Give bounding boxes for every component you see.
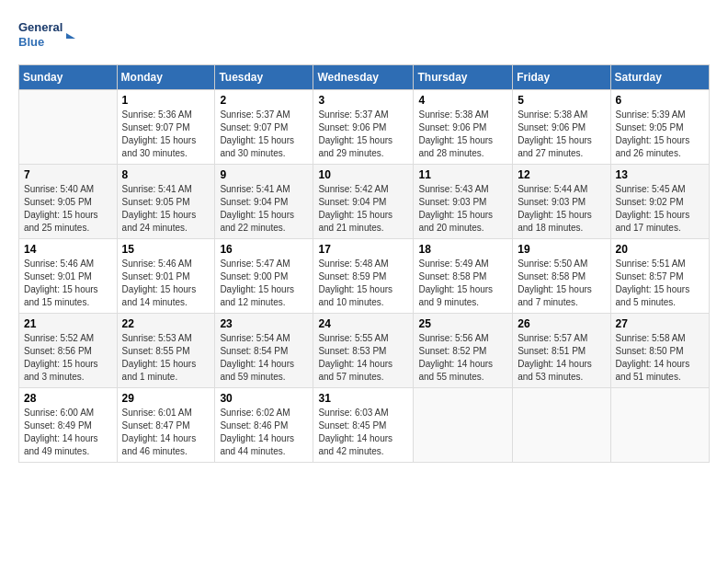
day-info: Sunrise: 5:39 AM Sunset: 9:05 PM Dayligh… [616,109,704,160]
svg-text:General: General [18,20,63,34]
calendar-cell: 29Sunrise: 6:01 AM Sunset: 8:47 PM Dayli… [117,388,215,463]
day-info: Sunrise: 5:37 AM Sunset: 9:06 PM Dayligh… [318,109,408,160]
calendar-cell: 7Sunrise: 5:40 AM Sunset: 9:05 PM Daylig… [19,165,118,239]
day-number: 3 [318,94,408,107]
day-info: Sunrise: 5:46 AM Sunset: 9:01 PM Dayligh… [24,258,112,309]
day-info: Sunrise: 5:45 AM Sunset: 9:02 PM Dayligh… [616,183,704,235]
day-number: 26 [518,317,605,330]
day-number: 6 [616,94,704,107]
day-number: 7 [24,168,112,181]
day-number: 12 [518,168,605,181]
svg-marker-2 [66,33,75,39]
day-info: Sunrise: 5:51 AM Sunset: 8:57 PM Dayligh… [616,258,704,309]
calendar-cell: 6Sunrise: 5:39 AM Sunset: 9:05 PM Daylig… [610,90,709,165]
day-info: Sunrise: 5:41 AM Sunset: 9:04 PM Dayligh… [220,183,308,235]
calendar-cell: 3Sunrise: 5:37 AM Sunset: 9:06 PM Daylig… [313,90,414,165]
calendar-header-row: SundayMondayTuesdayWednesdayThursdayFrid… [19,65,710,90]
day-info: Sunrise: 5:52 AM Sunset: 8:56 PM Dayligh… [24,332,112,384]
calendar-cell [610,388,709,463]
day-number: 20 [616,243,704,256]
day-number: 9 [220,168,308,181]
day-number: 8 [122,168,210,181]
calendar-cell: 16Sunrise: 5:47 AM Sunset: 9:00 PM Dayli… [215,239,313,314]
calendar-cell: 20Sunrise: 5:51 AM Sunset: 8:57 PM Dayli… [610,239,709,314]
day-info: Sunrise: 5:37 AM Sunset: 9:07 PM Dayligh… [220,109,308,160]
day-info: Sunrise: 5:44 AM Sunset: 9:03 PM Dayligh… [518,183,605,235]
day-info: Sunrise: 6:02 AM Sunset: 8:46 PM Dayligh… [220,407,308,458]
day-info: Sunrise: 5:36 AM Sunset: 9:07 PM Dayligh… [122,109,210,160]
header-thursday: Thursday [414,65,513,90]
calendar-cell: 22Sunrise: 5:53 AM Sunset: 8:55 PM Dayli… [117,314,215,388]
day-info: Sunrise: 5:55 AM Sunset: 8:53 PM Dayligh… [318,332,408,384]
day-info: Sunrise: 6:03 AM Sunset: 8:45 PM Dayligh… [318,407,408,458]
svg-text:Blue: Blue [18,35,44,49]
calendar-cell: 28Sunrise: 6:00 AM Sunset: 8:49 PM Dayli… [19,388,118,463]
calendar-cell: 30Sunrise: 6:02 AM Sunset: 8:46 PM Dayli… [215,388,313,463]
day-number: 15 [122,243,210,256]
calendar-cell: 9Sunrise: 5:41 AM Sunset: 9:04 PM Daylig… [215,165,313,239]
day-number: 24 [318,317,408,330]
header-saturday: Saturday [610,65,709,90]
day-info: Sunrise: 5:49 AM Sunset: 8:58 PM Dayligh… [418,258,507,309]
day-number: 5 [518,94,605,107]
day-number: 21 [24,317,112,330]
day-number: 4 [418,94,507,107]
week-row-1: 1Sunrise: 5:36 AM Sunset: 9:07 PM Daylig… [19,90,710,165]
day-number: 1 [122,94,210,107]
calendar-cell [19,90,118,165]
day-info: Sunrise: 5:54 AM Sunset: 8:54 PM Dayligh… [220,332,308,384]
day-number: 27 [616,317,704,330]
header-wednesday: Wednesday [313,65,414,90]
day-info: Sunrise: 5:58 AM Sunset: 8:50 PM Dayligh… [616,332,704,384]
day-number: 30 [220,392,308,405]
day-info: Sunrise: 6:00 AM Sunset: 8:49 PM Dayligh… [24,407,112,458]
day-number: 28 [24,392,112,405]
day-number: 19 [518,243,605,256]
day-number: 2 [220,94,308,107]
day-number: 22 [122,317,210,330]
day-number: 31 [318,392,408,405]
day-info: Sunrise: 5:56 AM Sunset: 8:52 PM Dayligh… [418,332,507,384]
day-info: Sunrise: 5:53 AM Sunset: 8:55 PM Dayligh… [122,332,210,384]
day-info: Sunrise: 5:50 AM Sunset: 8:58 PM Dayligh… [518,258,605,309]
calendar-cell: 26Sunrise: 5:57 AM Sunset: 8:51 PM Dayli… [513,314,610,388]
calendar-table: SundayMondayTuesdayWednesdayThursdayFrid… [18,64,710,463]
page-header: General Blue [18,15,710,55]
day-info: Sunrise: 5:48 AM Sunset: 8:59 PM Dayligh… [318,258,408,309]
calendar-cell: 5Sunrise: 5:38 AM Sunset: 9:06 PM Daylig… [513,90,610,165]
header-sunday: Sunday [19,65,118,90]
calendar-cell: 12Sunrise: 5:44 AM Sunset: 9:03 PM Dayli… [513,165,610,239]
day-info: Sunrise: 5:38 AM Sunset: 9:06 PM Dayligh… [518,109,605,160]
calendar-cell: 2Sunrise: 5:37 AM Sunset: 9:07 PM Daylig… [215,90,313,165]
day-info: Sunrise: 5:47 AM Sunset: 9:00 PM Dayligh… [220,258,308,309]
calendar-cell: 14Sunrise: 5:46 AM Sunset: 9:01 PM Dayli… [19,239,118,314]
header-tuesday: Tuesday [215,65,313,90]
calendar-cell: 31Sunrise: 6:03 AM Sunset: 8:45 PM Dayli… [313,388,414,463]
logo: General Blue [18,15,83,55]
day-number: 18 [418,243,507,256]
week-row-5: 28Sunrise: 6:00 AM Sunset: 8:49 PM Dayli… [19,388,710,463]
header-monday: Monday [117,65,215,90]
day-info: Sunrise: 5:43 AM Sunset: 9:03 PM Dayligh… [418,183,507,235]
day-info: Sunrise: 6:01 AM Sunset: 8:47 PM Dayligh… [122,407,210,458]
logo-svg: General Blue [18,15,83,52]
day-number: 16 [220,243,308,256]
day-info: Sunrise: 5:46 AM Sunset: 9:01 PM Dayligh… [122,258,210,309]
day-number: 10 [318,168,408,181]
week-row-3: 14Sunrise: 5:46 AM Sunset: 9:01 PM Dayli… [19,239,710,314]
calendar-cell: 21Sunrise: 5:52 AM Sunset: 8:56 PM Dayli… [19,314,118,388]
calendar-cell: 8Sunrise: 5:41 AM Sunset: 9:05 PM Daylig… [117,165,215,239]
day-info: Sunrise: 5:42 AM Sunset: 9:04 PM Dayligh… [318,183,408,235]
day-number: 29 [122,392,210,405]
calendar-cell [513,388,610,463]
day-number: 25 [418,317,507,330]
week-row-2: 7Sunrise: 5:40 AM Sunset: 9:05 PM Daylig… [19,165,710,239]
calendar-cell: 23Sunrise: 5:54 AM Sunset: 8:54 PM Dayli… [215,314,313,388]
calendar-cell: 18Sunrise: 5:49 AM Sunset: 8:58 PM Dayli… [414,239,513,314]
calendar-cell [414,388,513,463]
day-number: 11 [418,168,507,181]
day-number: 13 [616,168,704,181]
calendar-cell: 1Sunrise: 5:36 AM Sunset: 9:07 PM Daylig… [117,90,215,165]
calendar-cell: 15Sunrise: 5:46 AM Sunset: 9:01 PM Dayli… [117,239,215,314]
day-number: 14 [24,243,112,256]
